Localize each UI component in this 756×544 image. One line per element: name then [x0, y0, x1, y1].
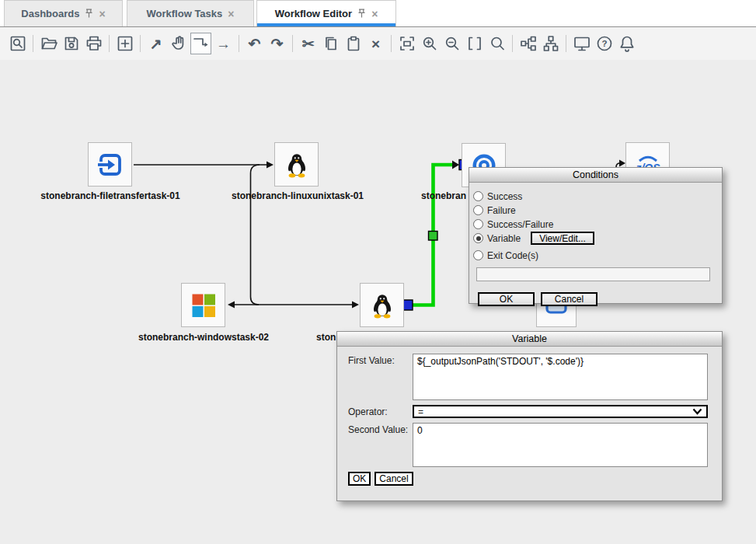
node-windows-task[interactable] [181, 283, 225, 327]
conditions-dialog-titlebar[interactable]: Conditions [469, 168, 722, 183]
conditions-cancel-button[interactable]: Cancel [541, 292, 597, 306]
node-linux-unix-task-1[interactable] [274, 142, 319, 187]
dialog-title: Variable [512, 333, 547, 344]
toolbar-separator [566, 35, 566, 52]
conditions-ok-button[interactable]: OK [478, 292, 535, 306]
close-icon[interactable]: × [228, 9, 234, 19]
node-label: stonebranch-linuxunixtask-01 [181, 190, 414, 201]
option-exit-codes[interactable]: Exit Code(s) [473, 249, 715, 262]
active-tab-underline [257, 23, 395, 26]
toolbar-separator [33, 35, 33, 52]
toolbar-separator [512, 35, 513, 52]
vertical-layout-icon[interactable] [540, 33, 561, 54]
option-success-failure[interactable]: Success/Failure [473, 218, 715, 231]
exit-codes-input[interactable] [476, 267, 710, 281]
svg-text:?: ? [601, 39, 607, 48]
toolbar-separator [239, 35, 239, 52]
close-icon[interactable]: × [371, 9, 378, 19]
workflow-canvas[interactable]: z/OS stonebranch-filetransfertask [0, 60, 756, 544]
radio-label: Exit Code(s) [487, 250, 538, 261]
toolbar-separator [391, 35, 392, 52]
move-arrow-icon[interactable]: ↗ [145, 33, 166, 54]
operator-value: = [418, 406, 423, 417]
tab-label: Workflow Editor [275, 8, 352, 19]
radio-success-failure[interactable] [473, 219, 483, 229]
help-icon[interactable]: ? [594, 33, 615, 54]
undo-icon[interactable]: ↶ [244, 33, 265, 54]
radio-failure[interactable] [473, 205, 483, 215]
save-icon[interactable] [61, 33, 82, 54]
toolbar-separator [109, 35, 110, 52]
node-file-transfer-task[interactable] [88, 142, 132, 187]
file-transfer-task-icon [95, 149, 126, 180]
variable-dialog: Variable First Value: ${_outputJsonPath(… [336, 331, 723, 501]
pan-hand-icon[interactable] [168, 33, 189, 54]
close-icon[interactable]: × [99, 9, 105, 19]
add-node-icon[interactable] [114, 33, 135, 54]
horizontal-layout-icon[interactable] [517, 33, 538, 54]
print-icon[interactable] [83, 33, 104, 54]
first-value-textarea[interactable]: ${_outputJsonPath('STDOUT', '$.code')} [413, 354, 708, 400]
cut-icon[interactable]: ✂ [298, 33, 319, 54]
overview-icon[interactable] [7, 33, 28, 54]
pin-icon[interactable] [85, 9, 93, 19]
fit-to-window-icon[interactable] [396, 33, 417, 54]
zoom-in-icon[interactable] [419, 33, 440, 54]
actual-size-icon[interactable] [464, 33, 485, 54]
operator-select[interactable]: = [413, 405, 708, 418]
second-value-textarea[interactable]: 0 [413, 423, 708, 467]
straight-connector-icon[interactable]: → [213, 33, 234, 54]
delete-icon[interactable]: × [365, 33, 386, 54]
second-value-label: Second Value: [348, 423, 413, 467]
editor-toolbar: ↗ → ↶ ↷ ✂ × ? [0, 26, 756, 60]
radio-success[interactable] [473, 191, 483, 201]
chevron-down-icon [692, 406, 702, 417]
tab-workflow-tasks[interactable]: Workflow Tasks × [127, 0, 254, 26]
variable-dialog-titlebar[interactable]: Variable [337, 332, 722, 347]
copy-icon[interactable] [320, 33, 341, 54]
toolbar-separator [292, 35, 293, 52]
radio-label: Success [487, 191, 522, 202]
connection-midpoint-handle[interactable] [429, 232, 438, 241]
operator-label: Operator: [348, 405, 413, 418]
radio-exit-codes[interactable] [473, 250, 483, 260]
radio-variable[interactable] [473, 233, 483, 243]
pin-icon[interactable] [357, 9, 366, 19]
toolbar-separator [140, 35, 141, 52]
view-edit-button[interactable]: View/Edit... [531, 232, 594, 245]
conditions-dialog: Conditions Success Failure Success/Failu… [469, 167, 723, 304]
node-linux-unix-task-2[interactable] [360, 283, 404, 327]
dialog-title: Conditions [573, 169, 618, 180]
first-value-label: First Value: [348, 354, 413, 400]
tab-dashboards[interactable]: Dashboards × [4, 0, 123, 26]
option-failure[interactable]: Failure [473, 204, 715, 217]
search-icon[interactable] [486, 33, 507, 54]
variable-ok-button[interactable]: OK [348, 472, 371, 486]
notifications-icon[interactable] [616, 33, 637, 54]
redo-icon[interactable]: ↷ [267, 33, 287, 54]
tab-bar: Dashboards × Workflow Tasks × Workflow E… [0, 0, 756, 26]
linux-unix-task-icon [369, 292, 395, 319]
node-label-truncated: ston [316, 332, 336, 343]
linux-unix-task-icon [284, 152, 310, 178]
node-label-truncated: stonebran [421, 190, 466, 201]
radio-label: Failure [487, 205, 516, 216]
option-success[interactable]: Success [473, 190, 715, 203]
option-variable[interactable]: Variable View/Edit... [473, 232, 715, 245]
monitor-icon[interactable] [571, 33, 592, 54]
node-label: stonebranch-windowstask-02 [87, 332, 320, 343]
paste-icon[interactable] [343, 33, 364, 54]
open-folder-icon[interactable] [38, 33, 59, 54]
windows-task-icon [190, 292, 217, 319]
elbow-connector-icon[interactable] [190, 33, 211, 54]
tab-label: Workflow Tasks [147, 8, 223, 19]
variable-cancel-button[interactable]: Cancel [375, 472, 413, 486]
radio-label: Variable [487, 233, 521, 244]
tab-workflow-editor[interactable]: Workflow Editor × [256, 0, 396, 26]
tab-label: Dashboards [21, 8, 79, 19]
radio-label: Success/Failure [487, 219, 553, 230]
zoom-out-icon[interactable] [441, 33, 462, 54]
